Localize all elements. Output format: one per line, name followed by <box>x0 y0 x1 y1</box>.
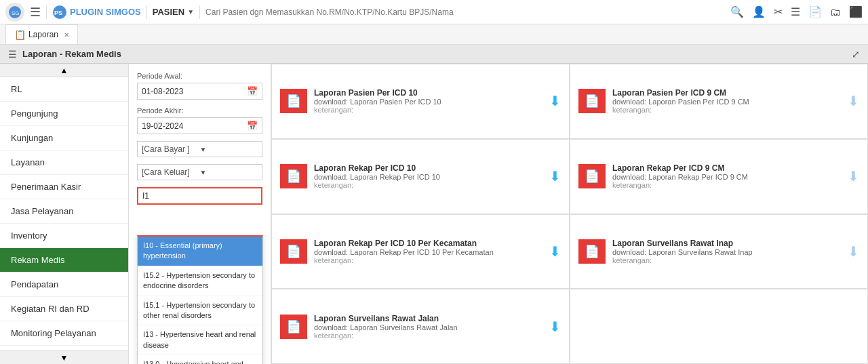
dropdown-item-i130[interactable]: I13.0 - Hypertensive heart and renal dis… <box>138 355 262 364</box>
report-card-title: Laporan Surveilans Rawat Inap <box>612 239 841 248</box>
report-card-keterangan: keterangan: <box>612 106 841 114</box>
download-icon[interactable]: ⬇ <box>549 168 561 184</box>
periode-akhir-input[interactable]: 📅 <box>137 117 262 134</box>
sidebar-item-penerimaan[interactable]: Penerimaan Kasir <box>0 175 128 199</box>
report-card-download: download: Laporan Pasien Per ICD 9 CM <box>612 98 841 106</box>
periode-akhir-field[interactable] <box>142 121 247 131</box>
main-layout: ▲ RL Pengunjung Kunjungan Layanan Peneri… <box>0 64 868 364</box>
sidebar-item-jasa[interactable]: Jasa Pelayanan <box>0 199 128 224</box>
folder-icon[interactable]: 🗂 <box>830 6 841 18</box>
download-icon[interactable]: ⬇ <box>848 168 859 184</box>
divider <box>46 5 47 19</box>
sidebar-scroll-up[interactable]: ▲ <box>0 64 128 77</box>
report-card-icon: 📄 <box>280 315 307 339</box>
sidebar-item-inventory[interactable]: Inventory <box>0 224 128 248</box>
top-bar: SG ☰ PS PLUGIN SIMGOS PASIEN ▼ 🔍 👤 ✂ ☰ 📄… <box>0 0 868 24</box>
cara-bayar-select[interactable]: [Cara Bayar ] ▼ <box>137 141 262 157</box>
divider3 <box>199 5 200 19</box>
pasien-selector[interactable]: PASIEN ▼ <box>153 7 194 17</box>
sidebar-scroll-down[interactable]: ▼ <box>0 350 128 364</box>
report-card-title: Laporan Surveilans Rawat Jalan <box>314 314 542 323</box>
report-card-icon: 📄 <box>280 164 307 188</box>
download-icon[interactable]: ⬇ <box>549 319 561 335</box>
report-card-info: Laporan Pasien Per ICD 10 download: Lapo… <box>314 88 542 114</box>
sidebar-item-rl[interactable]: RL <box>0 77 128 102</box>
section-header: ☰ Laporan - Rekam Medis ⤢ <box>0 45 868 64</box>
periode-awal-field[interactable] <box>142 87 247 96</box>
cara-bayar-arrow: ▼ <box>200 146 258 153</box>
periode-awal-input[interactable]: 📅 <box>137 83 262 100</box>
cara-keluar-select[interactable]: [Cara Keluar] ▼ <box>137 164 262 180</box>
report-card-keterangan: keterangan: <box>314 331 542 340</box>
report-card-icd10-pasien: 📄 Laporan Pasien Per ICD 10 download: La… <box>271 64 570 139</box>
report-card-download: download: Laporan Rekap Per ICD 10 Per K… <box>314 248 542 256</box>
patient-search[interactable] <box>205 7 725 17</box>
report-card-keterangan: keterangan: <box>314 106 542 114</box>
report-card-info: Laporan Surveilans Rawat Inap download: … <box>612 239 841 264</box>
report-card-icd9-rekap: 📄 Laporan Rekap Per ICD 9 CM download: L… <box>570 139 868 214</box>
icd-search-input[interactable] <box>142 191 257 201</box>
section-menu-icon[interactable]: ☰ <box>8 49 17 60</box>
report-card-title: Laporan Pasien Per ICD 10 <box>314 88 542 98</box>
report-grid: 📄 Laporan Pasien Per ICD 10 download: La… <box>271 64 868 364</box>
calendar-akhir-icon[interactable]: 📅 <box>247 121 258 131</box>
report-card-title: Laporan Rekap Per ICD 10 Per Kecamatan <box>314 239 542 248</box>
sidebar-item-rekam-medis[interactable]: Rekam Medis <box>0 248 128 272</box>
report-card-icd10-kecamatan: 📄 Laporan Rekap Per ICD 10 Per Kecamatan… <box>271 214 570 289</box>
report-card-empty <box>570 289 868 364</box>
user-icon[interactable]: 👤 <box>752 5 766 18</box>
section-title: Laporan - Rekam Medis <box>22 49 121 59</box>
expand-icon[interactable]: ⤢ <box>852 49 860 60</box>
report-card-download: download: Laporan Rekap Per ICD 10 <box>314 173 542 181</box>
report-card-icd10-rekap: 📄 Laporan Rekap Per ICD 10 download: Lap… <box>271 139 570 214</box>
filter-panel: Periode Awal: 📅 Periode Akhir: 📅 [Cara B… <box>129 64 271 364</box>
sidebar-item-kinerja[interactable]: Kinerja dokter dan pe... <box>0 346 128 350</box>
report-card-icon: 📄 <box>280 239 307 264</box>
report-card-icon: 📄 <box>578 239 606 264</box>
sidebar-item-kunjungan[interactable]: Kunjungan <box>0 126 128 150</box>
report-card-keterangan: keterangan: <box>612 181 841 189</box>
document-icon[interactable]: 📄 <box>808 5 822 18</box>
sidebar-item-pendapatan[interactable]: Pendapatan <box>0 272 128 297</box>
tab-bar: 📋 Laporan ✕ <box>0 24 868 45</box>
sidebar-item-layanan[interactable]: Layanan <box>0 150 128 175</box>
content-area: Periode Awal: 📅 Periode Akhir: 📅 [Cara B… <box>129 64 868 364</box>
brand-label: PS PLUGIN SIMGOS <box>52 5 141 20</box>
search-input[interactable] <box>205 7 725 17</box>
calendar-awal-icon[interactable]: 📅 <box>247 86 258 96</box>
report-card-info: Laporan Rekap Per ICD 9 CM download: Lap… <box>612 163 841 189</box>
report-card-info: Laporan Rekap Per ICD 10 download: Lapor… <box>314 163 542 189</box>
cut-icon[interactable]: ✂ <box>774 5 783 18</box>
tab-close-button[interactable]: ✕ <box>64 31 69 39</box>
svg-text:SG: SG <box>12 10 20 16</box>
search-icon[interactable]: 🔍 <box>730 5 744 18</box>
toolbar-icons: 🔍 👤 ✂ ☰ 📄 🗂 ⬛ <box>730 5 863 18</box>
dropdown-item-i151[interactable]: I15.1 - Hypertension secondary to other … <box>138 296 262 326</box>
report-card-download: download: Laporan Pasien Per ICD 10 <box>314 98 542 106</box>
dropdown-item-i152[interactable]: I15.2 - Hypertension secondary to endocr… <box>138 266 262 296</box>
dropdown-item-i13[interactable]: I13 - Hypertensive heart and renal disea… <box>138 325 262 355</box>
report-card-download: download: Laporan Rekap Per ICD 9 CM <box>612 173 841 181</box>
report-card-icon: 📄 <box>280 89 307 113</box>
sidebar-item-kegiatan[interactable]: Kegiatan RI dan RD <box>0 297 128 321</box>
icd-search-box[interactable] <box>137 187 262 205</box>
dropdown-item-i10[interactable]: I10 - Essential (primary) hypertension <box>138 237 262 266</box>
report-card-keterangan: keterangan: <box>314 256 542 264</box>
download-icon[interactable]: ⬇ <box>549 243 561 260</box>
app-logo: SG <box>5 3 24 22</box>
download-icon[interactable]: ⬇ <box>549 93 561 109</box>
periode-awal-row: Periode Awal: 📅 <box>137 72 262 100</box>
icd-dropdown[interactable]: I10 - Essential (primary) hypertension I… <box>137 235 263 364</box>
periode-awal-label: Periode Awal: <box>137 72 262 80</box>
hamburger-icon[interactable]: ☰ <box>30 5 41 20</box>
download-icon[interactable]: ⬇ <box>848 93 859 109</box>
sidebar-item-monitoring[interactable]: Monitoring Pelayanan <box>0 321 128 346</box>
report-card-icd9-pasien: 📄 Laporan Pasien Per ICD 9 CM download: … <box>570 64 868 139</box>
sidebar-item-pengunjung[interactable]: Pengunjung <box>0 102 128 126</box>
download-icon[interactable]: ⬇ <box>848 243 859 260</box>
list-icon[interactable]: ☰ <box>791 5 800 18</box>
grid-icon[interactable]: ⬛ <box>849 5 863 18</box>
report-card-download: download: Laporan Surveilans Rawat Inap <box>612 248 841 256</box>
laporan-tab[interactable]: 📋 Laporan ✕ <box>5 24 78 44</box>
periode-akhir-row: Periode Akhir: 📅 <box>137 106 262 134</box>
